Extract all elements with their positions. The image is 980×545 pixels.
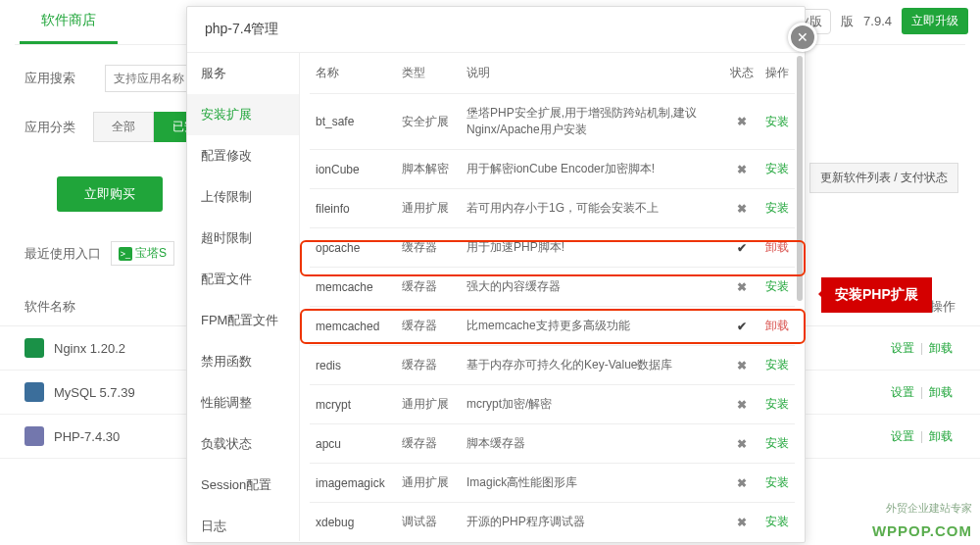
check-icon: ✔: [737, 241, 747, 255]
x-icon: ✖: [737, 359, 747, 372]
ext-row-redis: redis缓存器基于内存亦可持久化的Key-Value数据库✖安装: [310, 346, 795, 385]
ext-type: 缓存器: [396, 307, 461, 346]
ext-row-fileinfo: fileinfo通用扩展若可用内存小于1G，可能会安装不上✖安装: [310, 189, 795, 228]
ext-name: fileinfo: [310, 189, 396, 228]
x-icon: ✖: [737, 163, 747, 176]
ext-name: apcu: [310, 424, 396, 464]
x-icon: ✖: [737, 202, 747, 216]
ext-desc: 脚本缓存器: [461, 424, 724, 464]
ext-name: memcache: [310, 268, 396, 307]
ext-status: ✖: [724, 268, 760, 307]
modal-nav-2[interactable]: 配置修改: [187, 135, 299, 176]
modal-nav-8[interactable]: 性能调整: [187, 382, 299, 423]
modal-nav-7[interactable]: 禁用函数: [187, 341, 299, 382]
ext-type: 缓存器: [396, 228, 461, 268]
ext-desc: 用于解密ionCube Encoder加密脚本!: [461, 150, 724, 189]
ext-row-xdebug: xdebug调试器开源的PHP程序调试器✖安装: [310, 503, 795, 542]
ext-status: ✖: [724, 385, 760, 424]
php-manage-modal: php-7.4管理 ✕ 服务安装扩展配置修改上传限制超时限制配置文件FPM配置文…: [186, 6, 806, 543]
ext-status: ✖: [724, 464, 760, 503]
ext-desc: 用于加速PHP脚本!: [461, 228, 724, 268]
ext-name: mcrypt: [310, 385, 396, 424]
modal-nav-11[interactable]: 日志: [187, 506, 299, 541]
install-link[interactable]: 安装: [765, 475, 789, 489]
ext-type: 调试器: [396, 503, 461, 542]
ext-desc: mcrypt加密/解密: [461, 385, 724, 424]
modal-nav-6[interactable]: FPM配置文件: [187, 300, 299, 341]
modal-nav-3[interactable]: 上传限制: [187, 176, 299, 218]
x-icon: ✖: [737, 516, 747, 529]
th-type: 类型: [396, 53, 461, 94]
ext-row-memcache: memcache缓存器强大的内容缓存器✖安装: [310, 268, 795, 307]
close-icon[interactable]: ✕: [788, 23, 817, 52]
ext-type: 缓存器: [396, 424, 461, 464]
modal-nav-10[interactable]: Session配置: [187, 465, 299, 506]
ext-status: ✖: [724, 150, 760, 189]
install-link[interactable]: 安装: [765, 358, 789, 372]
ext-name: xdebug: [310, 503, 396, 542]
install-link[interactable]: 安装: [765, 515, 789, 528]
ext-row-ionCube: ionCube脚本解密用于解密ionCube Encoder加密脚本!✖安装: [310, 150, 795, 189]
ext-type: 通用扩展: [396, 189, 461, 228]
install-link[interactable]: 安装: [765, 397, 789, 411]
ext-name: opcache: [310, 228, 396, 268]
th-status: 状态: [724, 53, 760, 94]
ext-desc: 堡塔PHP安全扩展,用于增强防跨站机制,建议Nginx/Apache用户安装: [461, 94, 724, 150]
uninstall-link[interactable]: 卸载: [765, 319, 789, 332]
uninstall-link[interactable]: 卸载: [765, 240, 789, 254]
ext-row-memcached: memcached缓存器比memcache支持更多高级功能✔卸载: [310, 307, 795, 346]
ext-desc: 若可用内存小于1G，可能会安装不上: [461, 189, 724, 228]
ext-name: redis: [310, 346, 396, 385]
ext-type: 缓存器: [396, 268, 461, 307]
modal-nav-4[interactable]: 超时限制: [187, 218, 299, 259]
ext-type: 缓存器: [396, 346, 461, 385]
modal-nav-5[interactable]: 配置文件: [187, 259, 299, 300]
ext-row-imagemagick: imagemagick通用扩展Imagick高性能图形库✖安装: [310, 464, 795, 503]
watermark-sub: 外贸企业建站专家: [886, 501, 972, 516]
th-ops: 操作: [760, 53, 795, 94]
th-desc: 说明: [461, 53, 724, 94]
ext-name: memcached: [310, 307, 396, 346]
ext-type: 安全扩展: [396, 94, 461, 150]
x-icon: ✖: [737, 476, 747, 490]
ext-name: ionCube: [310, 150, 396, 189]
callout-install-php-ext: 安装PHP扩展: [821, 277, 932, 313]
modal-title: php-7.4管理: [187, 7, 805, 53]
ext-type: 通用扩展: [396, 385, 461, 424]
x-icon: ✖: [737, 280, 747, 294]
install-link[interactable]: 安装: [765, 162, 789, 175]
modal-nav-1[interactable]: 安装扩展: [187, 94, 299, 135]
install-link[interactable]: 安装: [765, 436, 789, 450]
ext-name: bt_safe: [310, 94, 396, 150]
ext-status: ✖: [724, 424, 760, 464]
modal-nav-9[interactable]: 负载状态: [187, 423, 299, 465]
ext-desc: 比memcache支持更多高级功能: [461, 307, 724, 346]
install-link[interactable]: 安装: [765, 115, 789, 128]
ext-name: imagemagick: [310, 464, 396, 503]
ext-desc: 基于内存亦可持久化的Key-Value数据库: [461, 346, 724, 385]
x-icon: ✖: [737, 398, 747, 412]
ext-status: ✖: [724, 94, 760, 150]
ext-row-opcache: opcache缓存器用于加速PHP脚本!✔卸载: [310, 228, 795, 268]
check-icon: ✔: [737, 320, 747, 333]
ext-status: ✖: [724, 189, 760, 228]
install-link[interactable]: 安装: [765, 201, 789, 215]
ext-status: ✖: [724, 346, 760, 385]
ext-row-mcrypt: mcrypt通用扩展mcrypt加密/解密✖安装: [310, 385, 795, 424]
ext-desc: 强大的内容缓存器: [461, 268, 724, 307]
x-icon: ✖: [737, 437, 747, 451]
ext-status: ✖: [724, 503, 760, 542]
ext-desc: Imagick高性能图形库: [461, 464, 724, 503]
ext-type: 脚本解密: [396, 150, 461, 189]
ext-row-apcu: apcu缓存器脚本缓存器✖安装: [310, 424, 795, 464]
install-link[interactable]: 安装: [765, 279, 789, 293]
scrollbar[interactable]: [797, 56, 803, 301]
th-name: 名称: [310, 53, 396, 94]
ext-status: ✔: [724, 307, 760, 346]
ext-desc: 开源的PHP程序调试器: [461, 503, 724, 542]
ext-status: ✔: [724, 228, 760, 268]
ext-row-bt_safe: bt_safe安全扩展堡塔PHP安全扩展,用于增强防跨站机制,建议Nginx/A…: [310, 94, 795, 150]
watermark: WPPOP.COM: [872, 522, 972, 539]
x-icon: ✖: [737, 115, 747, 128]
modal-nav-0[interactable]: 服务: [187, 53, 299, 94]
